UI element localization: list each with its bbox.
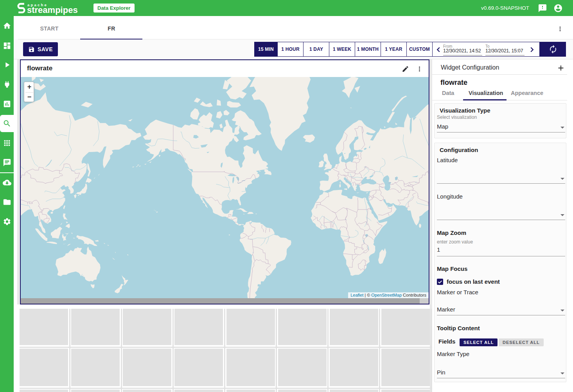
svg-text:streampipes: streampipes (27, 5, 78, 15)
